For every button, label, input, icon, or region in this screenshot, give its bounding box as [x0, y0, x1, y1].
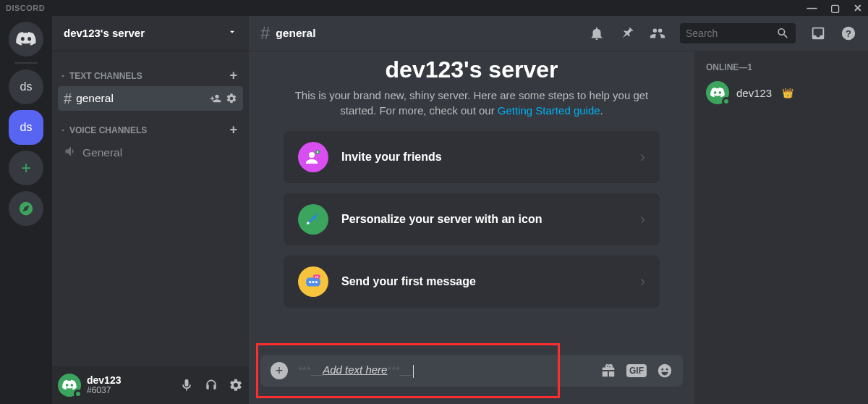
- gif-button[interactable]: GIF: [626, 364, 647, 377]
- chevron-down-icon: [227, 27, 237, 39]
- user-tag: #6037: [87, 386, 121, 395]
- window-close-button[interactable]: ✕: [854, 2, 863, 14]
- welcome-card-label: Invite your friends: [341, 151, 442, 164]
- text-channel-item[interactable]: # general: [58, 86, 243, 111]
- server-name: dev123's server: [64, 27, 145, 39]
- chat-bubble-icon: Hi: [298, 266, 328, 297]
- plus-icon: +: [21, 158, 31, 178]
- invite-icon[interactable]: [210, 93, 221, 104]
- titlebar: DISCORD — ▢ ✕: [0, 0, 868, 16]
- chevron-down-icon: [59, 127, 67, 134]
- paintbrush-icon: [298, 204, 328, 235]
- server-initials: ds: [20, 80, 33, 93]
- window-minimize-button[interactable]: —: [807, 2, 818, 14]
- deafen-button[interactable]: [204, 378, 218, 392]
- message-input[interactable]: ***__Add text here***__: [298, 363, 590, 377]
- user-info[interactable]: dev123 #6037: [87, 375, 121, 396]
- attach-button[interactable]: +: [271, 362, 288, 379]
- invite-friends-icon: [298, 142, 328, 172]
- gift-button[interactable]: [600, 363, 616, 379]
- svg-point-10: [658, 364, 671, 377]
- category-header-voice[interactable]: VOICE CHANNELS +: [58, 111, 243, 140]
- notifications-button[interactable]: [589, 25, 605, 41]
- welcome-card-personalize[interactable]: Personalize your server with an icon ›: [284, 193, 660, 245]
- status-online-icon: [74, 390, 82, 398]
- channel-name: General: [82, 146, 122, 159]
- message-text: Add text here: [323, 363, 387, 376]
- markdown-syntax: ***__: [387, 363, 412, 376]
- search-icon: [776, 25, 790, 41]
- pinned-messages-button[interactable]: [619, 25, 635, 41]
- welcome-blurb-suffix: .: [600, 104, 603, 117]
- welcome-card-label: Send your first message: [341, 275, 476, 288]
- user-settings-button[interactable]: [229, 378, 243, 392]
- chevron-right-icon: ›: [640, 272, 645, 291]
- message-composer[interactable]: + ***__Add text here***__ GIF: [260, 355, 683, 387]
- members-online-header: ONLINE—1: [700, 62, 862, 78]
- category-header-text[interactable]: TEXT CHANNELS +: [58, 56, 243, 86]
- user-panel: dev123 #6037: [52, 366, 249, 404]
- welcome-blurb: This is your brand new, shiny server. He…: [284, 88, 660, 118]
- avatar[interactable]: [58, 374, 81, 397]
- speaker-icon: [64, 144, 78, 162]
- server-initials: ds: [20, 121, 33, 134]
- svg-point-6: [312, 281, 314, 283]
- category-label: VOICE CHANNELS: [69, 125, 147, 135]
- compass-icon: [18, 201, 34, 216]
- svg-text:?: ?: [846, 28, 851, 39]
- add-server-button[interactable]: +: [9, 151, 43, 185]
- app-wordmark: DISCORD: [6, 4, 45, 12]
- window-maximize-button[interactable]: ▢: [830, 2, 841, 14]
- mute-mic-button[interactable]: [179, 378, 194, 392]
- search-input[interactable]: [686, 28, 773, 39]
- member-item[interactable]: dev123 👑: [700, 78, 862, 107]
- owner-crown-icon: 👑: [782, 88, 793, 98]
- welcome-card-label: Personalize your server with an icon: [341, 213, 542, 226]
- search-box[interactable]: [680, 23, 796, 43]
- emoji-button[interactable]: [657, 363, 673, 379]
- channel-title: general: [276, 27, 315, 40]
- add-channel-button[interactable]: +: [229, 122, 237, 138]
- username: dev123: [87, 375, 121, 386]
- chevron-right-icon: ›: [640, 210, 645, 229]
- server-pill-selected[interactable]: ds: [9, 110, 43, 145]
- status-online-icon: [722, 97, 731, 106]
- explore-servers-button[interactable]: [9, 191, 43, 226]
- voice-channel-item[interactable]: General: [58, 140, 243, 165]
- avatar: [706, 81, 729, 104]
- member-list-button[interactable]: [650, 25, 665, 41]
- getting-started-link[interactable]: Getting Started guide: [498, 104, 600, 117]
- gear-icon[interactable]: [226, 93, 237, 104]
- help-button[interactable]: ?: [841, 25, 856, 41]
- svg-point-12: [666, 369, 668, 371]
- markdown-syntax: ***__: [298, 363, 323, 376]
- hash-icon: #: [64, 91, 72, 107]
- guilds-bar: ds ds +: [0, 16, 52, 404]
- member-name: dev123: [736, 87, 772, 99]
- server-pill[interactable]: ds: [9, 70, 43, 104]
- guilds-separator: [14, 62, 38, 64]
- welcome-card-first-message[interactable]: Hi Send your first message ›: [284, 256, 660, 308]
- discord-logo-icon: [16, 29, 36, 49]
- svg-point-11: [661, 369, 663, 371]
- svg-text:Hi: Hi: [315, 275, 318, 279]
- members-panel: ONLINE—1 dev123 👑: [694, 51, 868, 404]
- text-caret: [413, 365, 414, 378]
- channel-name: general: [76, 92, 114, 105]
- server-header[interactable]: dev123's server: [52, 16, 249, 51]
- svg-point-5: [309, 281, 311, 283]
- chevron-right-icon: ›: [640, 148, 645, 167]
- chat-column: # general ?: [249, 16, 868, 404]
- chat-header: # general ?: [249, 16, 868, 51]
- chevron-down-icon: [59, 72, 67, 80]
- svg-point-7: [315, 281, 318, 283]
- home-button[interactable]: [9, 22, 43, 56]
- hash-icon: #: [260, 23, 270, 43]
- welcome-title: dev123's server: [284, 56, 660, 83]
- category-label: TEXT CHANNELS: [69, 71, 142, 81]
- add-channel-button[interactable]: +: [229, 68, 237, 83]
- welcome-card-invite[interactable]: Invite your friends ›: [284, 131, 660, 183]
- inbox-button[interactable]: [810, 25, 826, 41]
- channel-sidebar: dev123's server TEXT CHANNELS + # genera…: [52, 16, 249, 404]
- svg-point-2: [309, 152, 315, 158]
